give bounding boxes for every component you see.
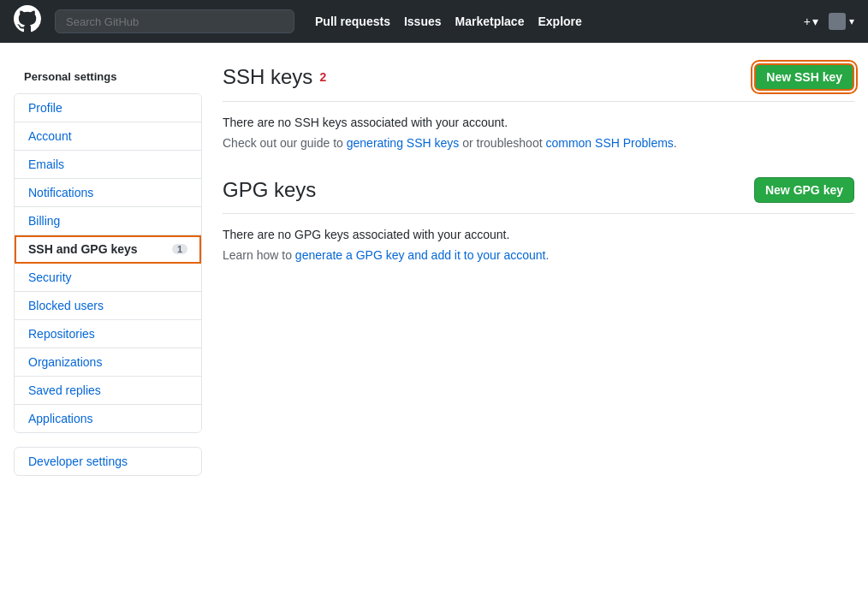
sidebar-heading: Personal settings bbox=[14, 63, 202, 90]
new-ssh-key-button[interactable]: New SSH key bbox=[754, 63, 854, 91]
plus-icon: + bbox=[804, 15, 811, 28]
sidebar-item-profile[interactable]: Profile bbox=[15, 94, 201, 122]
developer-settings-link[interactable]: Developer settings bbox=[15, 448, 201, 475]
common-ssh-problems-link[interactable]: common SSH Problems bbox=[545, 136, 673, 150]
avatar-button[interactable]: ▾ bbox=[829, 13, 854, 30]
explore-link[interactable]: Explore bbox=[538, 15, 581, 28]
gpg-section-title: GPG keys bbox=[223, 178, 316, 202]
main-content: SSH keys 2 New SSH key There are no SSH … bbox=[223, 63, 854, 476]
sidebar-nav: Profile Account Emails Notifications Bil… bbox=[14, 93, 202, 433]
new-dropdown-icon: ▾ bbox=[812, 15, 818, 28]
navbar-links: Pull requests Issues Marketplace Explore bbox=[315, 15, 582, 28]
avatar-dropdown-icon: ▾ bbox=[849, 15, 854, 27]
issues-link[interactable]: Issues bbox=[404, 15, 442, 28]
sidebar-item-blocked-users[interactable]: Blocked users bbox=[15, 292, 201, 320]
sidebar-item-notifications[interactable]: Notifications bbox=[15, 179, 201, 207]
sidebar-item-ssh-gpg[interactable]: SSH and GPG keys 1 bbox=[15, 235, 201, 264]
gpg-learn-text: Learn how to generate a GPG key and add … bbox=[223, 248, 854, 262]
gpg-title-row: GPG keys bbox=[223, 178, 316, 202]
avatar bbox=[829, 13, 846, 30]
ssh-empty-message: There are no SSH keys associated with yo… bbox=[223, 116, 854, 129]
sidebar-item-applications[interactable]: Applications bbox=[15, 405, 201, 432]
github-logo[interactable] bbox=[14, 5, 41, 38]
developer-settings-section: Developer settings bbox=[14, 447, 202, 476]
ssh-count: 2 bbox=[319, 70, 326, 84]
ssh-section: SSH keys 2 New SSH key There are no SSH … bbox=[223, 63, 854, 150]
sidebar-item-billing[interactable]: Billing bbox=[15, 207, 201, 235]
search-input[interactable] bbox=[55, 9, 294, 33]
generate-gpg-key-link[interactable]: generate a GPG key and add it to your ac… bbox=[295, 248, 546, 262]
navbar: Pull requests Issues Marketplace Explore… bbox=[0, 0, 868, 43]
new-button[interactable]: + ▾ bbox=[804, 15, 818, 28]
pull-requests-link[interactable]: Pull requests bbox=[315, 15, 390, 28]
ssh-section-header: SSH keys 2 New SSH key bbox=[223, 63, 854, 102]
gpg-section-header: GPG keys New GPG key bbox=[223, 177, 854, 214]
sidebar-item-account[interactable]: Account bbox=[15, 122, 201, 151]
sidebar-item-emails[interactable]: Emails bbox=[15, 151, 201, 179]
ssh-guide-text: Check out our guide to generating SSH ke… bbox=[223, 136, 854, 150]
gpg-section: GPG keys New GPG key There are no GPG ke… bbox=[223, 177, 854, 262]
sidebar-item-security[interactable]: Security bbox=[15, 264, 201, 292]
sidebar-item-saved-replies[interactable]: Saved replies bbox=[15, 377, 201, 405]
sidebar-item-repositories[interactable]: Repositories bbox=[15, 320, 201, 348]
sidebar: Personal settings Profile Account Emails… bbox=[14, 63, 202, 476]
marketplace-link[interactable]: Marketplace bbox=[455, 15, 525, 28]
gpg-empty-message: There are no GPG keys associated with yo… bbox=[223, 228, 854, 241]
ssh-section-title: SSH keys bbox=[223, 65, 312, 89]
ssh-gpg-badge: 1 bbox=[172, 244, 187, 254]
navbar-right: + ▾ ▾ bbox=[804, 13, 854, 30]
generating-ssh-keys-link[interactable]: generating SSH keys bbox=[347, 136, 460, 150]
sidebar-item-ssh-gpg-label: SSH and GPG keys bbox=[28, 242, 138, 256]
ssh-title-row: SSH keys 2 bbox=[223, 65, 326, 89]
sidebar-item-organizations[interactable]: Organizations bbox=[15, 348, 201, 377]
new-gpg-key-button[interactable]: New GPG key bbox=[754, 177, 854, 203]
